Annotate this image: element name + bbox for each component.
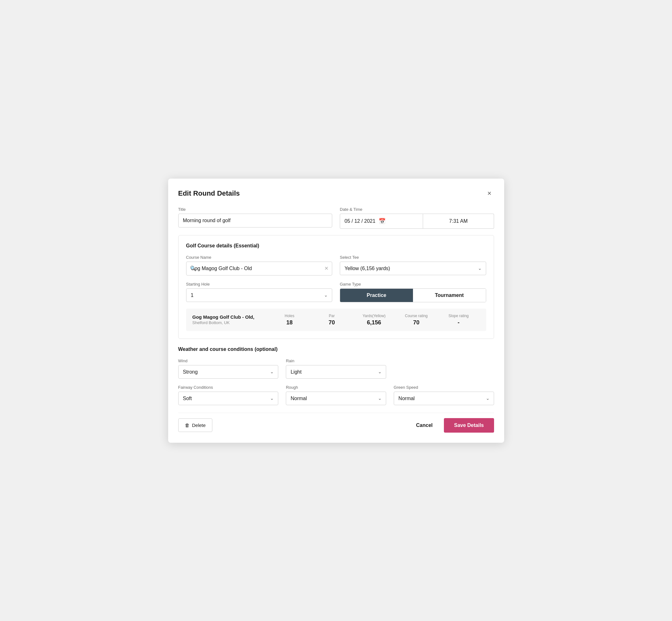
rough-dropdown[interactable]: Short Normal Long Very Long [286,391,386,405]
yards-label: Yards(Yellow) [353,314,395,318]
rain-dropdown[interactable]: None Light Moderate Heavy [286,365,386,379]
holes-stat: Holes 18 [268,314,311,326]
slope-rating-value: - [437,319,480,326]
golf-course-section: Golf Course details (Essential) Course N… [178,235,494,339]
holes-value: 18 [268,319,311,326]
select-tee-label: Select Tee [340,255,486,260]
yards-stat: Yards(Yellow) 6,156 [353,314,395,326]
green-speed-wrapper: Slow Normal Fast Very Fast ⌄ [394,391,494,405]
time-input[interactable]: 7:31 AM [423,214,494,229]
time-value: 7:31 AM [449,218,468,224]
course-search-wrapper: 🔍 ✕ [186,261,333,276]
game-type-label: Game Type [340,282,486,287]
green-speed-label: Green Speed [394,385,494,390]
datetime-group: Date & Time 05 / 12 / 2021 📅 7:31 AM [340,207,494,229]
date-input[interactable]: 05 / 12 / 2021 📅 [340,214,423,229]
cancel-button[interactable]: Cancel [411,419,437,432]
trash-icon: 🗑 [185,422,190,428]
fairway-group: Fairway Conditions Dry Normal Soft Wet ⌄ [178,385,279,405]
rain-group: Rain None Light Moderate Heavy ⌄ [286,359,386,379]
weather-section: Weather and course conditions (optional)… [178,346,494,405]
rough-group: Rough Short Normal Long Very Long ⌄ [286,385,386,405]
slope-rating-label: Slope rating [437,314,480,318]
fairway-wrapper: Dry Normal Soft Wet ⌄ [178,391,279,405]
search-icon: 🔍 [190,265,196,272]
course-name-input[interactable] [186,261,333,276]
par-value: 70 [311,319,353,326]
wind-wrapper: Calm Light Moderate Strong Very Strong ⌄ [178,365,279,379]
clear-icon[interactable]: ✕ [324,265,328,272]
rain-wrapper: None Light Moderate Heavy ⌄ [286,365,386,379]
modal-title: Edit Round Details [178,189,240,198]
modal-footer: 🗑 Delete Cancel Save Details [178,413,494,432]
wind-rain-row: Wind Calm Light Moderate Strong Very Str… [178,359,494,379]
calendar-icon: 📅 [379,218,385,225]
course-name-label: Course Name [186,255,333,260]
select-tee-group: Select Tee Yellow (6,156 yards) White Re… [340,255,486,276]
hole-gametype-row: Starting Hole 1 2 3 10 ⌄ Game Type Pract… [186,282,486,302]
practice-button[interactable]: Practice [340,289,413,302]
fairway-label: Fairway Conditions [178,385,279,390]
rain-label: Rain [286,359,386,363]
delete-label: Delete [192,422,206,428]
holes-label: Holes [268,314,311,318]
course-rating-stat: Course rating 70 [395,314,437,326]
close-button[interactable]: × [485,189,494,198]
game-type-group: Game Type Practice Tournament [340,282,486,302]
select-tee-wrapper: Yellow (6,156 yards) White Red Blue ⌄ [340,261,486,275]
par-label: Par [311,314,353,318]
title-input[interactable] [178,214,333,227]
par-stat: Par 70 [311,314,353,326]
weather-title: Weather and course conditions (optional) [178,346,494,352]
title-label: Title [178,207,333,212]
modal-header: Edit Round Details × [178,189,494,198]
date-value: 05 / 12 / 2021 [344,218,375,224]
wind-label: Wind [178,359,279,363]
green-speed-dropdown[interactable]: Slow Normal Fast Very Fast [394,391,494,405]
starting-hole-label: Starting Hole [186,282,333,287]
title-group: Title [178,207,333,229]
course-info-box: Gog Magog Golf Club - Old, Shelford Bott… [186,308,486,331]
course-rating-value: 70 [395,319,437,326]
slope-rating-stat: Slope rating - [437,314,480,326]
rough-wrapper: Short Normal Long Very Long ⌄ [286,391,386,405]
select-tee-dropdown[interactable]: Yellow (6,156 yards) White Red Blue [340,261,486,275]
tournament-button[interactable]: Tournament [413,289,486,302]
course-rating-label: Course rating [395,314,437,318]
datetime-label: Date & Time [340,207,494,212]
starting-hole-dropdown[interactable]: 1 2 3 10 [186,288,333,302]
course-name-group: Course Name 🔍 ✕ [186,255,333,276]
fairway-rough-green-row: Fairway Conditions Dry Normal Soft Wet ⌄… [178,385,494,405]
wind-dropdown[interactable]: Calm Light Moderate Strong Very Strong [178,365,279,379]
edit-round-modal: Edit Round Details × Title Date & Time 0… [168,178,504,443]
course-info-name: Gog Magog Golf Club - Old, Shelford Bott… [193,314,268,325]
golf-course-title: Golf Course details (Essential) [186,243,486,249]
starting-hole-wrapper: 1 2 3 10 ⌄ [186,288,333,302]
course-location: Shelford Bottom, UK [193,320,268,325]
game-type-toggle: Practice Tournament [340,288,486,302]
title-datetime-row: Title Date & Time 05 / 12 / 2021 📅 7:31 … [178,207,494,229]
starting-hole-group: Starting Hole 1 2 3 10 ⌄ [186,282,333,302]
save-button[interactable]: Save Details [444,418,494,432]
date-time-inputs: 05 / 12 / 2021 📅 7:31 AM [340,214,494,229]
course-full-name: Gog Magog Golf Club - Old, [193,314,268,320]
green-speed-group: Green Speed Slow Normal Fast Very Fast ⌄ [394,385,494,405]
course-tee-row: Course Name 🔍 ✕ Select Tee Yellow (6,156… [186,255,486,276]
yards-value: 6,156 [353,319,395,326]
footer-right: Cancel Save Details [411,418,494,432]
fairway-dropdown[interactable]: Dry Normal Soft Wet [178,391,279,405]
wind-group: Wind Calm Light Moderate Strong Very Str… [178,359,279,379]
rough-label: Rough [286,385,386,390]
delete-button[interactable]: 🗑 Delete [178,418,212,432]
